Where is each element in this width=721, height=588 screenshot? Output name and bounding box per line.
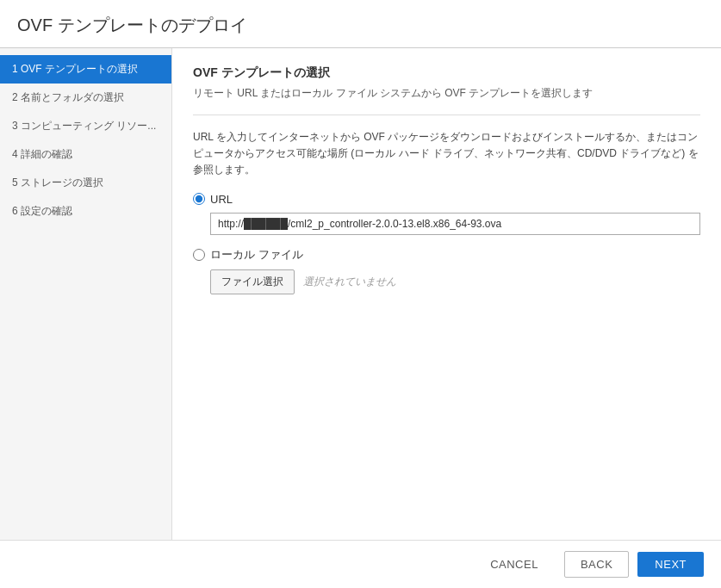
- url-radio-input[interactable]: [193, 193, 205, 205]
- dialog-title: OVF テンプレートのデプロイ: [17, 14, 704, 37]
- dialog-body: 1 OVF テンプレートの選択 2 名前とフォルダの選択 3 コンピューティング…: [0, 48, 721, 540]
- sidebar-item-step1[interactable]: 1 OVF テンプレートの選択: [0, 55, 171, 84]
- local-file-radio-text: ローカル ファイル: [210, 247, 303, 263]
- sidebar: 1 OVF テンプレートの選択 2 名前とフォルダの選択 3 コンピューティング…: [0, 48, 172, 540]
- local-file-radio-group: ローカル ファイル ファイル選択 選択されていません: [193, 247, 700, 294]
- section-title: OVF テンプレートの選択: [193, 65, 700, 81]
- local-file-radio-input[interactable]: [193, 249, 205, 261]
- url-radio-group: URL: [193, 193, 700, 235]
- sidebar-item-step5[interactable]: 5 ストレージの選択: [0, 169, 171, 197]
- main-content: OVF テンプレートの選択 リモート URL またはローカル ファイル システム…: [172, 48, 721, 540]
- deploy-ovf-dialog: OVF テンプレートのデプロイ 1 OVF テンプレートの選択 2 名前とフォル…: [0, 0, 721, 588]
- dialog-footer: CANCEL BACK NEXT: [0, 540, 721, 588]
- sidebar-item-step2[interactable]: 2 名前とフォルダの選択: [0, 84, 171, 112]
- back-button[interactable]: BACK: [564, 551, 629, 578]
- file-section: ファイル選択 選択されていません: [210, 269, 700, 294]
- cancel-button[interactable]: CANCEL: [473, 552, 556, 577]
- section-desc: リモート URL またはローカル ファイル システムから OVF テンプレートを…: [193, 86, 700, 101]
- sidebar-item-step6[interactable]: 6 設定の確認: [0, 197, 171, 226]
- url-radio-text: URL: [210, 193, 233, 206]
- sidebar-item-step4[interactable]: 4 詳細の確認: [0, 140, 171, 169]
- next-button[interactable]: NEXT: [637, 552, 704, 577]
- file-placeholder: 選択されていません: [303, 275, 396, 289]
- body-text: URL を入力してインターネットから OVF パッケージをダウンロードおよびイン…: [193, 129, 700, 179]
- url-input[interactable]: [210, 213, 700, 235]
- dialog-header: OVF テンプレートのデプロイ: [0, 0, 721, 48]
- file-select-button[interactable]: ファイル選択: [210, 269, 295, 294]
- local-file-radio-label[interactable]: ローカル ファイル: [193, 247, 700, 263]
- divider: [193, 115, 700, 115]
- url-radio-label[interactable]: URL: [193, 193, 700, 206]
- sidebar-item-step3[interactable]: 3 コンピューティング リソー...: [0, 112, 171, 140]
